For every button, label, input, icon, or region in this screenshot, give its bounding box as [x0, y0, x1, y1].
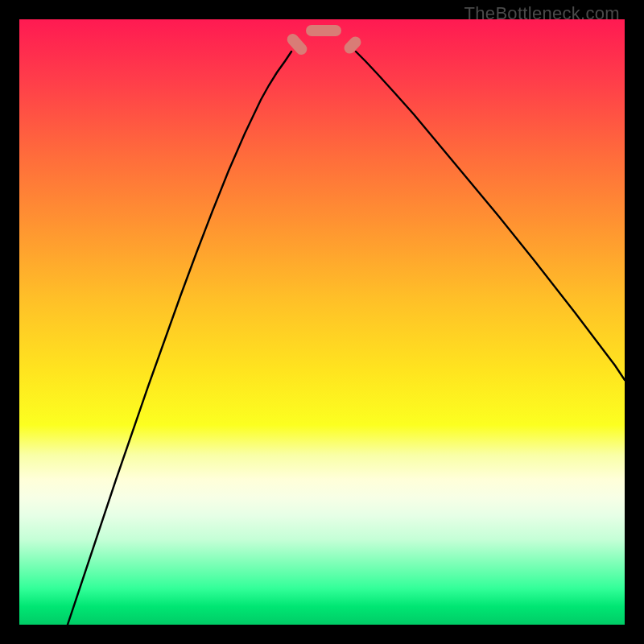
marker-2	[342, 35, 364, 56]
marker-0	[285, 31, 309, 57]
marker-1	[306, 25, 341, 36]
left-curve	[68, 52, 291, 625]
right-curve	[356, 52, 625, 380]
plot-area	[19, 19, 625, 625]
chart-frame: TheBottleneck.com	[0, 0, 644, 644]
watermark-text: TheBottleneck.com	[464, 3, 620, 24]
curve-layer	[19, 19, 625, 625]
